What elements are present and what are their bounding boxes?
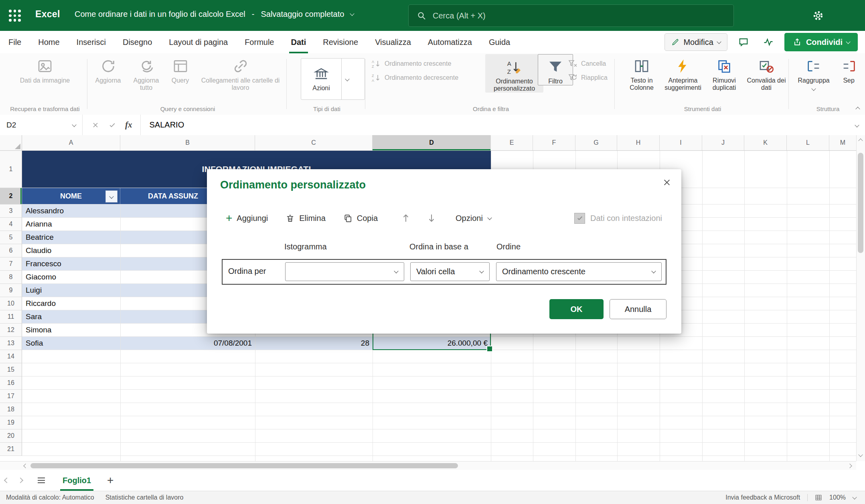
- comments-button[interactable]: [735, 34, 752, 51]
- azioni-gallery[interactable]: Azioni: [301, 58, 365, 100]
- edit-mode-button[interactable]: Modifica: [664, 33, 727, 51]
- row-header-16[interactable]: 16: [0, 376, 22, 390]
- row-header-13[interactable]: 13: [0, 337, 22, 350]
- close-dialog-button[interactable]: [660, 176, 674, 190]
- row-header-7[interactable]: 7: [0, 257, 22, 271]
- tab-visualizza[interactable]: Visualizza: [367, 31, 419, 53]
- row-header-19[interactable]: 19: [0, 416, 22, 429]
- cell-data-assunzione[interactable]: 07/08/2001: [120, 337, 252, 350]
- row-header-10[interactable]: 10: [0, 297, 22, 310]
- sheet-tab-foglio1[interactable]: Foglio1: [60, 470, 93, 491]
- refresh-all-button[interactable]: Aggiorna tutto: [127, 53, 165, 92]
- headers-checkbox[interactable]: Dati con intestazioni: [574, 213, 662, 224]
- name-box[interactable]: D2: [0, 115, 83, 135]
- row-header-5[interactable]: 5: [0, 231, 22, 244]
- row-header-6[interactable]: 6: [0, 244, 22, 257]
- row-header-8[interactable]: 8: [0, 271, 22, 284]
- header-cell-nome[interactable]: NOME: [22, 188, 120, 204]
- column-header-h[interactable]: H: [617, 135, 660, 150]
- settings-button[interactable]: [812, 10, 824, 22]
- flash-fill-button[interactable]: Anteprima suggerimenti: [662, 53, 704, 92]
- expand-formula-bar-icon[interactable]: [855, 123, 859, 127]
- text-to-columns-button[interactable]: Testo in Colonne: [622, 53, 662, 92]
- ok-button[interactable]: OK: [549, 299, 604, 319]
- row-header-9[interactable]: 9: [0, 284, 22, 297]
- feedback-link[interactable]: Invia feedback a Microsoft: [725, 494, 800, 501]
- azioni-dropdown[interactable]: [341, 59, 353, 99]
- column-header-c[interactable]: C: [255, 135, 373, 150]
- delete-level-button[interactable]: Elimina: [286, 214, 326, 223]
- scroll-down-icon[interactable]: [858, 452, 863, 457]
- all-sheets-menu-icon[interactable]: [38, 478, 45, 483]
- column-header-i[interactable]: I: [660, 135, 702, 150]
- column-header-f[interactable]: F: [533, 135, 575, 150]
- column-header-j[interactable]: J: [702, 135, 744, 150]
- column-header-k[interactable]: K: [744, 135, 787, 150]
- next-sheet-icon[interactable]: [14, 478, 27, 482]
- horizontal-scrollbar[interactable]: [0, 461, 856, 470]
- column-header-g[interactable]: G: [575, 135, 617, 150]
- scroll-right-icon[interactable]: [847, 464, 852, 468]
- row-header-21[interactable]: 21: [0, 443, 22, 456]
- zoom-chevron-icon[interactable]: [852, 495, 857, 499]
- workbook-stats-button[interactable]: Statistiche cartella di lavoro: [105, 494, 184, 501]
- sort-on-dropdown[interactable]: Valori cella: [410, 262, 490, 281]
- sort-ascending-button[interactable]: AZ Ordinamento crescente: [371, 57, 458, 71]
- cancel-entry-icon[interactable]: [91, 121, 99, 129]
- row-header-11[interactable]: 11: [0, 310, 22, 324]
- options-button[interactable]: Opzioni: [456, 214, 491, 223]
- confirm-entry-icon[interactable]: [108, 121, 116, 129]
- share-button[interactable]: Condividi: [784, 33, 858, 51]
- ungroup-button[interactable]: Sep: [833, 53, 865, 90]
- sort-descending-button[interactable]: ZA Ordinamento decrescente: [371, 71, 458, 85]
- vertical-scroll-thumb[interactable]: [858, 153, 863, 253]
- calc-mode-status[interactable]: Modalità di calcolo: Automatico: [6, 494, 94, 501]
- activity-button[interactable]: [760, 34, 777, 51]
- cell-salario[interactable]: 26.000,00 €: [373, 337, 488, 350]
- sort-rule-row[interactable]: Ordina per Valori cella Ordinamento cres…: [222, 259, 666, 285]
- row-header-18[interactable]: 18: [0, 403, 22, 416]
- cancel-button[interactable]: Annulla: [610, 299, 666, 319]
- workbook-links-button[interactable]: Collegamenti alle cartelle di lavoro: [195, 53, 286, 92]
- reapply-filter-button[interactable]: Riapplica: [568, 71, 608, 85]
- tab-guida[interactable]: Guida: [480, 31, 519, 53]
- tab-inserisci[interactable]: Inserisci: [68, 31, 114, 53]
- refresh-button[interactable]: Aggiorna: [89, 53, 127, 92]
- data-from-picture-button[interactable]: Dati da immagine: [13, 53, 77, 84]
- row-header-4[interactable]: 4: [0, 218, 22, 231]
- nome-filter-dropdown[interactable]: [105, 190, 117, 202]
- select-all-corner[interactable]: [0, 135, 22, 150]
- tab-file[interactable]: File: [0, 31, 30, 53]
- previous-sheet-icon[interactable]: [0, 478, 14, 482]
- insert-function-icon[interactable]: fx: [125, 120, 132, 130]
- scroll-up-icon[interactable]: [858, 138, 863, 143]
- remove-duplicates-button[interactable]: Rimuovi duplicati: [704, 53, 744, 92]
- search-input[interactable]: [432, 11, 725, 21]
- azioni-button[interactable]: Azioni: [301, 59, 341, 99]
- column-header-a[interactable]: A: [22, 135, 120, 150]
- tab-automatizza[interactable]: Automatizza: [419, 31, 480, 53]
- tab-dati[interactable]: Dati: [283, 31, 315, 53]
- copy-level-button[interactable]: Copia: [343, 214, 378, 223]
- tab-revisione[interactable]: Revisione: [314, 31, 367, 53]
- add-sheet-button[interactable]: +: [107, 475, 113, 486]
- document-title[interactable]: Come ordinare i dati in un foglio di cal…: [75, 10, 354, 19]
- row-header-3[interactable]: 3: [0, 204, 22, 218]
- horizontal-scroll-thumb[interactable]: [30, 463, 458, 468]
- column-header-l[interactable]: L: [787, 135, 829, 150]
- sheet-view-icon[interactable]: [815, 494, 822, 501]
- row-header-20[interactable]: 20: [0, 429, 22, 443]
- column-header-b[interactable]: B: [120, 135, 255, 150]
- row-header-2[interactable]: 2: [0, 188, 22, 204]
- vertical-scrollbar[interactable]: [856, 135, 865, 461]
- column-header-d[interactable]: D: [373, 135, 491, 150]
- move-up-button[interactable]: [401, 213, 411, 223]
- tab-home[interactable]: Home: [30, 31, 68, 53]
- row-header-14[interactable]: 14: [0, 350, 22, 363]
- tab-formule[interactable]: Formule: [236, 31, 282, 53]
- query-button[interactable]: Query: [165, 53, 195, 92]
- group-button[interactable]: Raggruppa: [795, 53, 833, 90]
- clear-filter-button[interactable]: Cancella: [568, 57, 608, 71]
- app-launcher-icon[interactable]: [9, 10, 21, 22]
- add-level-button[interactable]: + Aggiungi: [226, 213, 268, 224]
